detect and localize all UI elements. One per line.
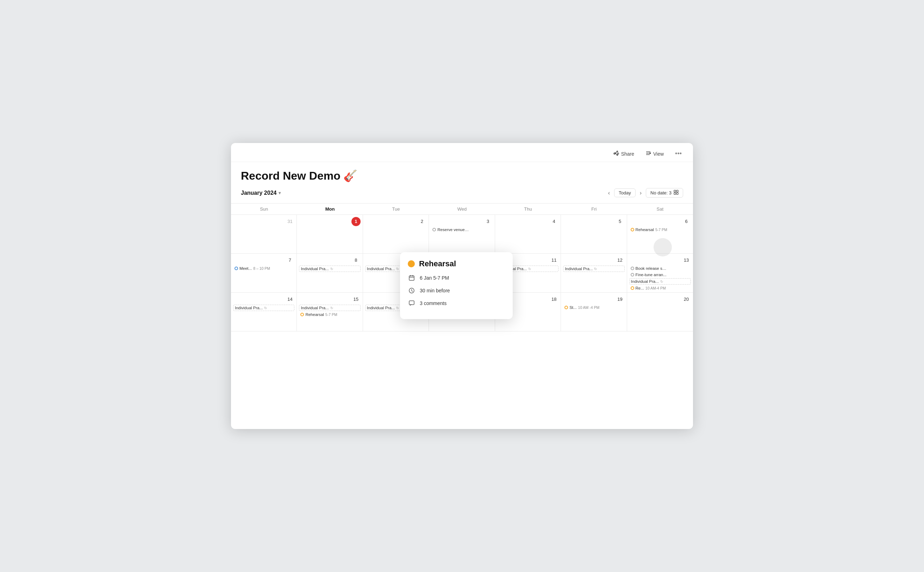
day-num-5: 5 — [615, 217, 625, 226]
day-header-tue: Tue — [363, 204, 429, 214]
day-2: 2 — [363, 215, 429, 253]
svg-rect-14 — [676, 193, 678, 194]
day-header-sun: Sun — [231, 204, 297, 214]
day-num-1: 1 — [351, 217, 360, 226]
day-num-18: 18 — [549, 295, 559, 304]
more-button[interactable]: ••• — [672, 149, 685, 159]
day-num-14: 14 — [285, 295, 294, 304]
event-individual-pra-13[interactable]: Individual Pra... ↻ — [629, 278, 691, 284]
day-header-wed: Wed — [429, 204, 495, 214]
view-label: View — [653, 151, 664, 157]
share-icon — [613, 151, 619, 157]
event-name: Rehearsal — [635, 227, 654, 232]
day-6: 6 Rehearsal 5-7 PM — [627, 215, 693, 253]
calendar-icon — [408, 274, 416, 282]
prev-month-button[interactable]: ‹ — [605, 188, 613, 197]
event-book-release[interactable]: Book release sh... — [629, 266, 691, 271]
year-name: 2024 — [264, 190, 277, 196]
month-name: January — [241, 190, 262, 196]
app-window: Share View ••• Record New Demo 🎸 January — [231, 143, 693, 429]
day-12: 12 Individual Pra... ↻ — [561, 253, 627, 292]
popup-reminder-row: 30 min before — [408, 287, 505, 294]
event-name: Reserve venue f... — [437, 227, 469, 232]
no-date-button[interactable]: No date: 3 — [646, 188, 683, 197]
event-name: Fine-tune arran... — [635, 273, 666, 277]
page-title-text: Record New Demo — [241, 169, 340, 182]
share-button[interactable]: Share — [610, 149, 637, 159]
month-label: January 2024 — [241, 190, 276, 196]
svg-line-4 — [615, 154, 617, 155]
day-13: 13 Book release sh... Fine-tune arran...… — [627, 253, 693, 292]
event-name: Individual Pra... — [235, 306, 263, 310]
day-num-11: 11 — [549, 256, 559, 265]
event-name: Individual Pra... — [301, 306, 329, 310]
page-title: Record New Demo 🎸 — [241, 169, 683, 182]
event-reserve-venue[interactable]: Reserve venue f... — [431, 227, 492, 232]
no-date-label: No date: 3 — [651, 190, 671, 196]
event-fine-tune[interactable]: Fine-tune arran... — [629, 272, 691, 278]
next-month-button[interactable]: › — [637, 188, 644, 197]
month-selector[interactable]: January 2024 ▾ — [241, 190, 281, 196]
day-header-sat: Sat — [627, 204, 693, 214]
svg-point-6 — [617, 153, 619, 154]
event-meet-7[interactable]: Meet... 8 – 10 PM — [233, 266, 294, 271]
calendar-controls: January 2024 ▾ ‹ Today › No date: 3 — [241, 187, 683, 201]
event-st-19[interactable]: St... 10 AM -4 PM — [563, 305, 624, 310]
day-header-fri: Fri — [561, 204, 627, 214]
recur-icon: ↻ — [264, 306, 267, 310]
event-dot — [630, 286, 634, 290]
view-button[interactable]: View — [643, 149, 666, 159]
event-individual-pra-15[interactable]: Individual Pra... ↻ — [299, 305, 360, 311]
event-name: Individual Pra... — [631, 279, 659, 283]
event-rehearsal-15[interactable]: Rehearsal 5-7 PM — [299, 312, 360, 317]
top-bar: Share View ••• — [231, 143, 693, 162]
day-num-12: 12 — [615, 256, 625, 265]
event-rehearsal-6[interactable]: Rehearsal 5-7 PM — [629, 227, 691, 232]
page-title-emoji: 🎸 — [343, 169, 357, 182]
event-name: St... — [569, 305, 576, 309]
day-headers: Sun Mon Tue Wed Thu Fri Sat — [231, 204, 693, 215]
comment-icon — [408, 299, 416, 307]
day-num-20: 20 — [682, 295, 691, 304]
event-name: Individual Pra... — [301, 267, 329, 271]
event-name: Individual Pra... — [367, 306, 395, 310]
today-button[interactable]: Today — [614, 188, 635, 197]
event-individual-pra-8[interactable]: Individual Pra... ↻ — [299, 266, 360, 272]
event-dot — [234, 267, 238, 270]
day-15: 15 Individual Pra... ↻ Rehearsal 5-7 PM — [297, 293, 363, 331]
event-time: 5-7 PM — [655, 227, 667, 232]
svg-point-10 — [650, 153, 651, 154]
day-num-6: 6 — [682, 217, 691, 226]
event-re-13[interactable]: Re... 10 AM-4 PM — [629, 285, 691, 291]
event-dot — [630, 273, 634, 277]
day-num-31: 31 — [285, 217, 294, 226]
event-individual-pra-14[interactable]: Individual Pra... ↻ — [233, 305, 294, 311]
popup-comments: 3 comments — [420, 300, 447, 306]
event-dot — [630, 228, 634, 232]
recur-icon: ↻ — [396, 306, 399, 310]
day-5: 5 — [561, 215, 627, 253]
event-name: Meet... — [239, 266, 252, 270]
day-num-19: 19 — [615, 295, 625, 304]
share-label: Share — [621, 151, 634, 157]
day-19: 19 St... 10 AM -4 PM — [561, 293, 627, 331]
popup-title-row: Rehearsal — [408, 259, 505, 268]
page-header: Record New Demo 🎸 January 2024 ▾ ‹ Today… — [231, 162, 693, 203]
view-icon — [646, 151, 651, 157]
event-name: Rehearsal — [305, 312, 324, 317]
event-time: 10 AM-4 PM — [646, 286, 666, 290]
event-dot — [300, 313, 304, 316]
event-dot — [630, 267, 634, 270]
event-popup[interactable]: Rehearsal 6 Jan 5-7 PM — [400, 252, 513, 319]
event-name: Individual Pra... — [565, 267, 593, 271]
svg-point-2 — [617, 155, 618, 156]
recur-icon: ↻ — [594, 267, 597, 271]
day-num-3: 3 — [483, 217, 492, 226]
nav-buttons: ‹ Today › No date: 3 — [605, 188, 683, 197]
day-7: 7 Meet... 8 – 10 PM — [231, 253, 297, 292]
event-individual-pra-12[interactable]: Individual Pra... ↻ — [563, 266, 624, 272]
event-name: Book release sh... — [635, 266, 667, 270]
day-14: 14 Individual Pra... ↻ — [231, 293, 297, 331]
svg-rect-12 — [676, 190, 678, 192]
event-name: Individual Pra... — [367, 267, 395, 271]
